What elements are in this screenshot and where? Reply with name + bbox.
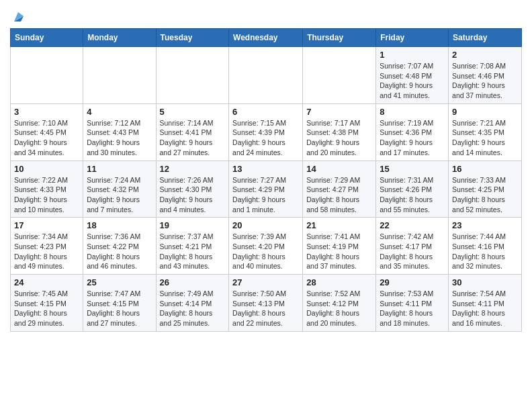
day-info: Sunrise: 7:24 AM Sunset: 4:32 PM Dayligh… bbox=[87, 175, 152, 215]
day-info: Sunrise: 7:36 AM Sunset: 4:22 PM Dayligh… bbox=[87, 232, 152, 271]
day-number: 20 bbox=[232, 220, 299, 230]
day-cell: 17Sunrise: 7:34 AM Sunset: 4:23 PM Dayli… bbox=[11, 218, 83, 275]
day-number: 4 bbox=[87, 107, 152, 117]
day-number: 11 bbox=[87, 164, 152, 174]
logo-icon bbox=[11, 9, 26, 24]
day-info: Sunrise: 7:52 AM Sunset: 4:12 PM Dayligh… bbox=[306, 289, 372, 328]
day-number: 5 bbox=[160, 107, 226, 117]
week-row-3: 10Sunrise: 7:22 AM Sunset: 4:33 PM Dayli… bbox=[11, 161, 522, 218]
day-cell: 21Sunrise: 7:41 AM Sunset: 4:19 PM Dayli… bbox=[303, 218, 376, 275]
day-cell: 15Sunrise: 7:31 AM Sunset: 4:26 PM Dayli… bbox=[376, 161, 449, 218]
day-number: 21 bbox=[306, 220, 372, 230]
day-info: Sunrise: 7:29 AM Sunset: 4:27 PM Dayligh… bbox=[306, 175, 372, 215]
day-cell bbox=[303, 47, 376, 104]
day-info: Sunrise: 7:14 AM Sunset: 4:41 PM Dayligh… bbox=[160, 118, 226, 158]
day-cell: 20Sunrise: 7:39 AM Sunset: 4:20 PM Dayli… bbox=[229, 218, 303, 275]
day-cell: 10Sunrise: 7:22 AM Sunset: 4:33 PM Dayli… bbox=[11, 161, 83, 218]
logo bbox=[10, 7, 26, 24]
day-cell bbox=[229, 47, 303, 104]
day-number: 16 bbox=[452, 164, 518, 174]
day-info: Sunrise: 7:45 AM Sunset: 4:15 PM Dayligh… bbox=[14, 289, 79, 328]
day-info: Sunrise: 7:53 AM Sunset: 4:11 PM Dayligh… bbox=[380, 289, 445, 328]
day-cell: 18Sunrise: 7:36 AM Sunset: 4:22 PM Dayli… bbox=[83, 218, 156, 275]
day-info: Sunrise: 7:08 AM Sunset: 4:46 PM Dayligh… bbox=[452, 61, 518, 101]
day-info: Sunrise: 7:47 AM Sunset: 4:15 PM Dayligh… bbox=[87, 289, 152, 328]
day-cell: 12Sunrise: 7:26 AM Sunset: 4:30 PM Dayli… bbox=[156, 161, 229, 218]
day-cell: 13Sunrise: 7:27 AM Sunset: 4:29 PM Dayli… bbox=[229, 161, 303, 218]
day-info: Sunrise: 7:15 AM Sunset: 4:39 PM Dayligh… bbox=[232, 118, 299, 158]
day-info: Sunrise: 7:26 AM Sunset: 4:30 PM Dayligh… bbox=[160, 175, 226, 215]
day-number: 23 bbox=[452, 220, 518, 230]
header-row: SundayMondayTuesdayWednesdayThursdayFrid… bbox=[11, 29, 522, 47]
day-info: Sunrise: 7:42 AM Sunset: 4:17 PM Dayligh… bbox=[380, 232, 445, 271]
day-cell: 4Sunrise: 7:12 AM Sunset: 4:43 PM Daylig… bbox=[83, 103, 156, 161]
day-cell: 7Sunrise: 7:17 AM Sunset: 4:38 PM Daylig… bbox=[303, 103, 376, 161]
day-cell bbox=[11, 47, 83, 104]
day-info: Sunrise: 7:12 AM Sunset: 4:43 PM Dayligh… bbox=[87, 118, 152, 158]
day-cell: 14Sunrise: 7:29 AM Sunset: 4:27 PM Dayli… bbox=[303, 161, 376, 218]
day-info: Sunrise: 7:21 AM Sunset: 4:35 PM Dayligh… bbox=[452, 118, 518, 158]
day-info: Sunrise: 7:37 AM Sunset: 4:21 PM Dayligh… bbox=[160, 232, 226, 271]
day-info: Sunrise: 7:41 AM Sunset: 4:19 PM Dayligh… bbox=[306, 232, 372, 271]
day-cell bbox=[83, 47, 156, 104]
day-info: Sunrise: 7:33 AM Sunset: 4:25 PM Dayligh… bbox=[452, 175, 518, 215]
col-header-monday: Monday bbox=[83, 29, 156, 47]
day-cell: 23Sunrise: 7:44 AM Sunset: 4:16 PM Dayli… bbox=[449, 218, 522, 275]
day-number: 6 bbox=[232, 107, 299, 117]
day-cell: 30Sunrise: 7:54 AM Sunset: 4:11 PM Dayli… bbox=[449, 275, 522, 332]
day-info: Sunrise: 7:17 AM Sunset: 4:38 PM Dayligh… bbox=[306, 118, 372, 158]
day-cell: 6Sunrise: 7:15 AM Sunset: 4:39 PM Daylig… bbox=[229, 103, 303, 161]
day-info: Sunrise: 7:19 AM Sunset: 4:36 PM Dayligh… bbox=[380, 118, 445, 158]
logo-text bbox=[10, 9, 26, 24]
day-number: 8 bbox=[380, 107, 445, 117]
day-number: 25 bbox=[87, 277, 152, 287]
day-cell: 8Sunrise: 7:19 AM Sunset: 4:36 PM Daylig… bbox=[376, 103, 449, 161]
day-info: Sunrise: 7:54 AM Sunset: 4:11 PM Dayligh… bbox=[452, 289, 518, 328]
week-row-2: 3Sunrise: 7:10 AM Sunset: 4:45 PM Daylig… bbox=[11, 103, 522, 161]
col-header-saturday: Saturday bbox=[449, 29, 522, 47]
day-cell: 27Sunrise: 7:50 AM Sunset: 4:13 PM Dayli… bbox=[229, 275, 303, 332]
day-cell: 1Sunrise: 7:07 AM Sunset: 4:48 PM Daylig… bbox=[376, 47, 449, 104]
day-number: 13 bbox=[232, 164, 299, 174]
day-info: Sunrise: 7:34 AM Sunset: 4:23 PM Dayligh… bbox=[14, 232, 79, 271]
day-info: Sunrise: 7:50 AM Sunset: 4:13 PM Dayligh… bbox=[232, 289, 299, 328]
day-number: 28 bbox=[306, 277, 372, 287]
day-number: 29 bbox=[380, 277, 445, 287]
col-header-wednesday: Wednesday bbox=[229, 29, 303, 47]
day-number: 9 bbox=[452, 107, 518, 117]
day-info: Sunrise: 7:07 AM Sunset: 4:48 PM Dayligh… bbox=[380, 61, 445, 101]
day-cell: 25Sunrise: 7:47 AM Sunset: 4:15 PM Dayli… bbox=[83, 275, 156, 332]
calendar-table: SundayMondayTuesdayWednesdayThursdayFrid… bbox=[10, 28, 522, 332]
day-cell: 5Sunrise: 7:14 AM Sunset: 4:41 PM Daylig… bbox=[156, 103, 229, 161]
day-cell: 3Sunrise: 7:10 AM Sunset: 4:45 PM Daylig… bbox=[11, 103, 83, 161]
day-cell: 19Sunrise: 7:37 AM Sunset: 4:21 PM Dayli… bbox=[156, 218, 229, 275]
day-cell: 22Sunrise: 7:42 AM Sunset: 4:17 PM Dayli… bbox=[376, 218, 449, 275]
day-number: 10 bbox=[14, 164, 79, 174]
col-header-thursday: Thursday bbox=[303, 29, 376, 47]
day-cell: 29Sunrise: 7:53 AM Sunset: 4:11 PM Dayli… bbox=[376, 275, 449, 332]
day-number: 15 bbox=[380, 164, 445, 174]
day-info: Sunrise: 7:31 AM Sunset: 4:26 PM Dayligh… bbox=[380, 175, 445, 215]
day-number: 22 bbox=[380, 220, 445, 230]
day-number: 3 bbox=[14, 107, 79, 117]
day-cell: 24Sunrise: 7:45 AM Sunset: 4:15 PM Dayli… bbox=[11, 275, 83, 332]
day-cell bbox=[156, 47, 229, 104]
day-info: Sunrise: 7:44 AM Sunset: 4:16 PM Dayligh… bbox=[452, 232, 518, 271]
col-header-tuesday: Tuesday bbox=[156, 29, 229, 47]
day-info: Sunrise: 7:49 AM Sunset: 4:14 PM Dayligh… bbox=[160, 289, 226, 328]
day-number: 26 bbox=[160, 277, 226, 287]
day-number: 2 bbox=[452, 50, 518, 60]
day-cell: 9Sunrise: 7:21 AM Sunset: 4:35 PM Daylig… bbox=[449, 103, 522, 161]
col-header-sunday: Sunday bbox=[11, 29, 83, 47]
day-number: 19 bbox=[160, 220, 226, 230]
day-number: 24 bbox=[14, 277, 79, 287]
day-info: Sunrise: 7:27 AM Sunset: 4:29 PM Dayligh… bbox=[232, 175, 299, 215]
page: SundayMondayTuesdayWednesdayThursdayFrid… bbox=[0, 0, 532, 342]
day-cell: 16Sunrise: 7:33 AM Sunset: 4:25 PM Dayli… bbox=[449, 161, 522, 218]
day-number: 7 bbox=[306, 107, 372, 117]
day-cell: 11Sunrise: 7:24 AM Sunset: 4:32 PM Dayli… bbox=[83, 161, 156, 218]
day-number: 27 bbox=[232, 277, 299, 287]
week-row-4: 17Sunrise: 7:34 AM Sunset: 4:23 PM Dayli… bbox=[11, 218, 522, 275]
day-info: Sunrise: 7:39 AM Sunset: 4:20 PM Dayligh… bbox=[232, 232, 299, 271]
day-cell: 2Sunrise: 7:08 AM Sunset: 4:46 PM Daylig… bbox=[449, 47, 522, 104]
